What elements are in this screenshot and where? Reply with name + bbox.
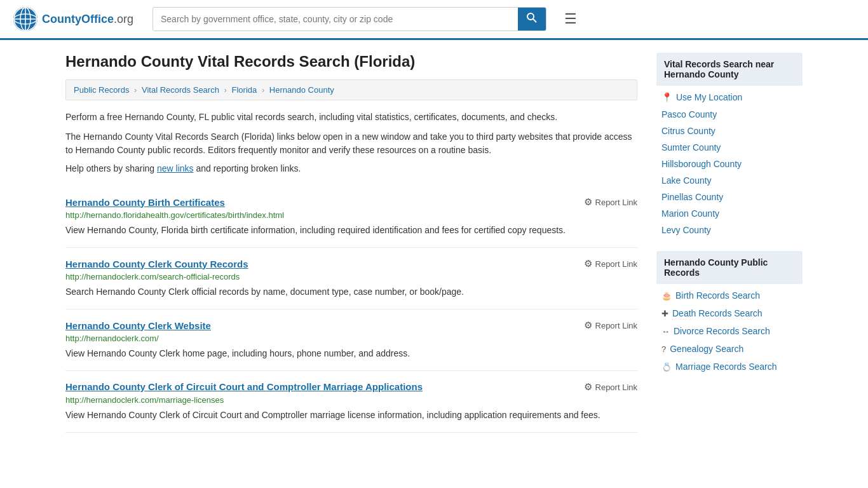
sidebar-records-item[interactable]: ✚ Death Records Search	[656, 304, 803, 322]
logo-text: CountyOffice.org	[42, 13, 133, 26]
divorce-icon: ↔	[661, 327, 670, 336]
search-button[interactable]	[518, 8, 546, 30]
record-item: Hernando County Clerk County Records ⚙ R…	[65, 248, 637, 309]
report-label: Report Link	[595, 259, 637, 269]
use-my-location-link[interactable]: Use My Location	[676, 92, 742, 102]
report-icon: ⚙	[584, 258, 592, 269]
record-title[interactable]: Hernando County Birth Certificates	[65, 197, 225, 208]
description-text-2: The Hernando County Vital Records Search…	[65, 130, 637, 157]
record-item: Hernando County Birth Certificates ⚙ Rep…	[65, 186, 637, 248]
report-icon: ⚙	[584, 196, 592, 208]
birth-records-link[interactable]: Birth Records Search	[675, 290, 760, 301]
breadcrumb-sep-1: ›	[134, 85, 137, 95]
report-link[interactable]: ⚙ Report Link	[584, 381, 637, 393]
menu-button[interactable]: ☰	[559, 8, 582, 30]
search-input[interactable]	[153, 9, 518, 29]
content-area: Hernando County Vital Records Search (Fl…	[65, 53, 637, 433]
death-icon: ✚	[661, 309, 668, 318]
record-title[interactable]: Hernando County Clerk Website	[65, 320, 211, 331]
hamburger-icon: ☰	[564, 11, 577, 27]
levy-county-link[interactable]: Levy County	[661, 225, 711, 235]
marion-county-link[interactable]: Marion County	[661, 208, 719, 219]
record-url[interactable]: http://hernando.floridahealth.gov/certif…	[65, 210, 637, 220]
report-icon: ⚙	[584, 381, 592, 393]
breadcrumb-sep-2: ›	[224, 85, 227, 95]
birth-icon: 🎂	[661, 291, 672, 301]
svg-point-6	[527, 13, 534, 20]
new-links-link[interactable]: new links	[157, 163, 194, 173]
report-link[interactable]: ⚙ Report Link	[584, 258, 637, 269]
lake-county-link[interactable]: Lake County	[661, 175, 712, 186]
breadcrumb-vital-records[interactable]: Vital Records Search	[142, 85, 219, 95]
citrus-county-link[interactable]: Citrus County	[661, 126, 715, 136]
hillsborough-county-link[interactable]: Hillsborough County	[661, 159, 742, 169]
record-title[interactable]: Hernando County Clerk of Circuit Court a…	[65, 381, 423, 392]
genealogy-icon: ?	[661, 344, 666, 354]
use-my-location-item[interactable]: 📍 Use My Location	[656, 88, 803, 106]
report-label: Report Link	[595, 383, 637, 392]
breadcrumb-hernando[interactable]: Hernando County	[269, 85, 334, 95]
help-text: Help others by sharing new links and rep…	[65, 163, 637, 173]
breadcrumb: Public Records › Vital Records Search › …	[65, 79, 637, 100]
breadcrumb-public-records[interactable]: Public Records	[74, 85, 129, 95]
sidebar-records-item[interactable]: ↔ Divorce Records Search	[656, 322, 803, 340]
sidebar-county-item[interactable]: Sumter County	[656, 139, 803, 156]
breadcrumb-sep-3: ›	[262, 85, 264, 95]
death-records-link[interactable]: Death Records Search	[672, 308, 763, 318]
sidebar-records-item[interactable]: ? Genealogy Search	[656, 340, 803, 358]
sidebar-records-item[interactable]: 💍 Marriage Records Search	[656, 358, 803, 376]
pasco-county-link[interactable]: Pasco County	[661, 109, 717, 119]
public-records-header: Hernando County Public Records	[656, 251, 803, 284]
pinellas-county-link[interactable]: Pinellas County	[661, 192, 723, 202]
logo-area[interactable]: CountyOffice.org	[13, 6, 140, 32]
site-header: CountyOffice.org ☰	[0, 0, 868, 40]
record-desc: Search Hernando County Clerk official re…	[65, 285, 637, 299]
sidebar-county-item[interactable]: Hillsborough County	[656, 156, 803, 172]
genealogy-link[interactable]: Genealogy Search	[670, 344, 743, 354]
search-icon	[527, 13, 537, 23]
logo-icon	[13, 6, 38, 32]
public-records-section: Hernando County Public Records 🎂 Birth R…	[656, 251, 803, 376]
breadcrumb-florida[interactable]: Florida	[232, 85, 257, 95]
svg-line-7	[533, 19, 536, 22]
sidebar-county-item[interactable]: Marion County	[656, 205, 803, 222]
report-icon: ⚙	[584, 320, 592, 331]
sumter-county-link[interactable]: Sumter County	[661, 142, 721, 152]
sidebar-county-item[interactable]: Levy County	[656, 222, 803, 238]
record-url[interactable]: http://hernandoclerk.com/marriage-licens…	[65, 395, 637, 405]
report-label: Report Link	[595, 198, 637, 207]
sidebar-county-item[interactable]: Pinellas County	[656, 189, 803, 205]
record-item: Hernando County Clerk Website ⚙ Report L…	[65, 309, 637, 371]
report-label: Report Link	[595, 321, 637, 330]
record-desc: View Hernando County Clerk home page, in…	[65, 347, 637, 360]
marriage-icon: 💍	[661, 362, 672, 372]
record-url[interactable]: http://hernandoclerk.com/	[65, 334, 637, 343]
page-title: Hernando County Vital Records Search (Fl…	[65, 53, 637, 71]
sidebar-county-item[interactable]: Pasco County	[656, 106, 803, 123]
search-bar	[153, 7, 546, 31]
marriage-records-link[interactable]: Marriage Records Search	[675, 362, 777, 372]
record-desc: View Hernando County Clerk of Circuit Co…	[65, 409, 637, 422]
report-link[interactable]: ⚙ Report Link	[584, 320, 637, 331]
records-list: Hernando County Birth Certificates ⚙ Rep…	[65, 186, 637, 433]
nearby-section-header: Vital Records Search near Hernando Count…	[656, 53, 803, 86]
record-url[interactable]: http://hernandoclerk.com/search-official…	[65, 272, 637, 281]
description-text-1: Perform a free Hernando County, FL publi…	[65, 111, 637, 124]
sidebar-county-item[interactable]: Lake County	[656, 172, 803, 189]
record-title[interactable]: Hernando County Clerk County Records	[65, 259, 248, 269]
pin-icon: 📍	[661, 92, 672, 102]
sidebar: Vital Records Search near Hernando Count…	[656, 53, 803, 433]
main-container: Hernando County Vital Records Search (Fl…	[53, 40, 815, 445]
nearby-section: Vital Records Search near Hernando Count…	[656, 53, 803, 238]
divorce-records-link[interactable]: Divorce Records Search	[674, 326, 770, 336]
record-desc: View Hernando County, Florida birth cert…	[65, 224, 637, 237]
sidebar-county-item[interactable]: Citrus County	[656, 123, 803, 139]
record-item: Hernando County Clerk of Circuit Court a…	[65, 371, 637, 433]
sidebar-records-item[interactable]: 🎂 Birth Records Search	[656, 287, 803, 304]
report-link[interactable]: ⚙ Report Link	[584, 196, 637, 208]
